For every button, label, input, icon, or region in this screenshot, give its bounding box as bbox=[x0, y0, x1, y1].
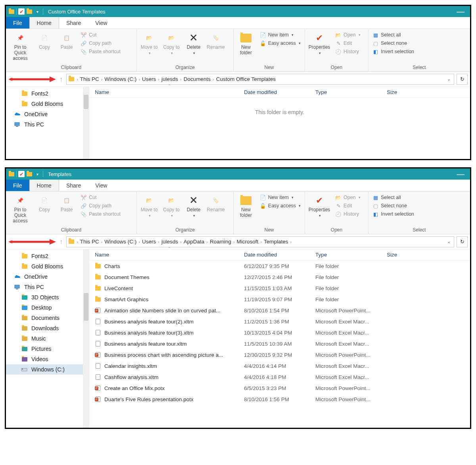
pin-to-quick-access-button[interactable]: 📌Pin to Quick access bbox=[8, 193, 32, 224]
nav-item[interactable]: Pictures bbox=[6, 344, 89, 354]
titlebar[interactable]: ✔ ▾ Templates — bbox=[6, 168, 470, 180]
paste-button[interactable]: 📋Paste bbox=[57, 193, 77, 213]
file-row[interactable]: Document Themes 12/27/2015 2:46 PM File … bbox=[89, 272, 470, 283]
breadcrumb-bar[interactable]: ›This PC›Windows (C:)›Users›julesds›Docu… bbox=[66, 74, 454, 85]
nav-item[interactable]: Desktop bbox=[6, 302, 89, 313]
file-row[interactable]: Create an Office Mix.potx 6/5/2015 3:23 … bbox=[89, 383, 470, 394]
tab-share[interactable]: Share bbox=[59, 180, 88, 191]
file-row[interactable]: Business process chart with ascending pi… bbox=[89, 349, 470, 360]
breadcrumb-segment[interactable]: Windows (C:) bbox=[104, 76, 136, 82]
new-item-button[interactable]: 📄New item▾ bbox=[258, 194, 302, 201]
scrollbar-thumb[interactable] bbox=[84, 95, 88, 109]
nav-item[interactable]: OneDrive bbox=[6, 109, 89, 119]
chevron-down-icon[interactable]: ⌄ bbox=[447, 239, 452, 244]
nav-item[interactable]: Gold Blooms bbox=[6, 261, 89, 272]
file-row[interactable]: Business analysis feature tour(2).xltm 1… bbox=[89, 316, 470, 327]
chevron-down-icon[interactable]: ▾ bbox=[34, 8, 40, 15]
nav-scrollbar[interactable] bbox=[83, 87, 89, 159]
copy-path-button[interactable]: 🔗Copy path bbox=[79, 202, 122, 209]
file-row[interactable]: Charts 6/12/2017 9:35 PM File folder bbox=[89, 260, 470, 272]
edit-button[interactable]: ✎Edit bbox=[334, 40, 362, 47]
tab-file[interactable]: File bbox=[6, 180, 29, 191]
paste-shortcut-button[interactable]: 📎Paste shortcut bbox=[79, 48, 122, 55]
history-button[interactable]: 🕘History bbox=[334, 210, 362, 218]
nav-scrollbar[interactable] bbox=[83, 249, 89, 428]
breadcrumb-segment[interactable]: This PC bbox=[80, 76, 99, 82]
file-row[interactable]: LiveContent 11/15/2015 1:03 AM File fold… bbox=[89, 283, 470, 294]
refresh-button[interactable]: ↻ bbox=[457, 236, 468, 247]
select-none-button[interactable]: ▢Select none bbox=[371, 202, 416, 209]
column-date[interactable]: Date modified bbox=[244, 252, 315, 258]
select-none-button[interactable]: ▢Select none bbox=[371, 40, 416, 47]
nav-item[interactable]: Documents bbox=[6, 313, 89, 323]
nav-item[interactable]: This PC bbox=[6, 282, 89, 292]
history-button[interactable]: 🕘History bbox=[334, 48, 362, 55]
tab-view[interactable]: View bbox=[88, 180, 114, 191]
up-button[interactable]: ↑ bbox=[60, 76, 63, 83]
column-size[interactable]: Size bbox=[387, 252, 411, 258]
move-to-button[interactable]: 📂Move to▾ bbox=[139, 193, 159, 218]
nav-item[interactable]: 3D Objects bbox=[6, 292, 89, 302]
tab-share[interactable]: Share bbox=[59, 17, 88, 29]
breadcrumb-segment[interactable]: Users bbox=[142, 239, 156, 245]
up-button[interactable]: ↑ bbox=[60, 238, 63, 245]
cut-button[interactable]: ✂️Cut bbox=[79, 194, 122, 201]
folder-icon[interactable] bbox=[26, 8, 33, 15]
cut-button[interactable]: ✂️Cut bbox=[79, 31, 122, 38]
copy-button[interactable]: 📄Copy bbox=[35, 31, 54, 50]
breadcrumb-segment[interactable]: Custom Office Templates bbox=[216, 76, 276, 82]
breadcrumb-bar[interactable]: ›This PC›Windows (C:)›Users›julesds›AppD… bbox=[66, 236, 454, 247]
nav-item[interactable]: OneDrive bbox=[6, 272, 89, 282]
file-row[interactable]: SmartArt Graphics 11/19/2015 9:07 PM Fil… bbox=[89, 294, 470, 305]
checkmark-icon[interactable]: ✔ bbox=[18, 8, 25, 15]
rename-button[interactable]: 🏷️Rename bbox=[206, 193, 226, 213]
delete-button[interactable]: ✕Delete▾ bbox=[184, 31, 203, 55]
tab-home[interactable]: Home bbox=[29, 180, 59, 191]
checkmark-icon[interactable]: ✔ bbox=[18, 171, 25, 177]
file-row[interactable]: Business analysis feature tour(3).xltm 1… bbox=[89, 327, 470, 338]
file-row[interactable]: Business analysis feature tour.xltm 11/5… bbox=[89, 338, 470, 349]
file-row[interactable]: Animation slide Numbers slide in on curv… bbox=[89, 305, 470, 316]
minimize-button[interactable]: — bbox=[457, 7, 464, 16]
copy-to-button[interactable]: 📂Copy to▾ bbox=[161, 193, 181, 218]
nav-item[interactable]: Music bbox=[6, 333, 89, 344]
column-name[interactable]: Name bbox=[89, 252, 244, 258]
delete-button[interactable]: ✕Delete▾ bbox=[184, 193, 203, 218]
breadcrumb-segment[interactable]: Templates bbox=[264, 239, 288, 245]
nav-item[interactable]: This PC bbox=[6, 119, 89, 130]
nav-item[interactable]: Windows (C:) bbox=[6, 364, 89, 375]
column-name[interactable]: Name bbox=[89, 89, 244, 95]
easy-access-button[interactable]: 🔓Easy access▾ bbox=[258, 202, 302, 209]
copy-to-button[interactable]: 📂Copy to▾ bbox=[161, 31, 181, 55]
new-folder-button[interactable]: New folder bbox=[236, 193, 256, 218]
nav-item[interactable]: Fonts2 bbox=[6, 251, 89, 261]
paste-button[interactable]: 📋Paste bbox=[57, 31, 77, 50]
open-button[interactable]: 📂Open▾ bbox=[334, 31, 362, 38]
breadcrumb-segment[interactable]: Users bbox=[142, 76, 156, 82]
minimize-button[interactable]: — bbox=[457, 170, 464, 179]
edit-button[interactable]: ✎Edit bbox=[334, 202, 362, 209]
tab-home[interactable]: Home bbox=[29, 17, 59, 29]
select-all-button[interactable]: ▦Select all bbox=[371, 31, 416, 38]
breadcrumb-segment[interactable]: julesds bbox=[161, 76, 178, 82]
tab-file[interactable]: File bbox=[6, 17, 29, 29]
rename-button[interactable]: 🏷️Rename bbox=[206, 31, 226, 50]
navigation-pane[interactable]: Fonts2Gold BloomsOneDriveThis PC3D Objec… bbox=[6, 249, 89, 428]
refresh-button[interactable]: ↻ bbox=[457, 74, 468, 85]
navigation-pane[interactable]: Fonts2Gold BloomsOneDriveThis PC bbox=[6, 87, 89, 159]
file-row[interactable]: Cashflow analysis.xltm 4/4/2016 4:18 PM … bbox=[89, 371, 470, 383]
select-all-button[interactable]: ▦Select all bbox=[371, 194, 416, 201]
scrollbar-thumb[interactable] bbox=[84, 293, 88, 321]
copy-button[interactable]: 📄Copy bbox=[35, 193, 54, 213]
chevron-down-icon[interactable]: ▾ bbox=[34, 171, 40, 177]
nav-item[interactable]: Fonts2 bbox=[6, 88, 89, 99]
open-button[interactable]: 📂Open▾ bbox=[334, 194, 362, 201]
properties-button[interactable]: ✔Properties▾ bbox=[307, 193, 331, 218]
paste-shortcut-button[interactable]: 📎Paste shortcut bbox=[79, 210, 122, 218]
breadcrumb-segment[interactable]: Roaming bbox=[210, 239, 231, 245]
nav-item[interactable]: Downloads bbox=[6, 323, 89, 333]
breadcrumb-segment[interactable]: Documents bbox=[184, 76, 211, 82]
file-row[interactable]: Calendar insights.xltm 4/4/2016 4:14 PM … bbox=[89, 360, 470, 371]
column-date[interactable]: Date modified bbox=[244, 89, 315, 95]
nav-item[interactable]: Videos bbox=[6, 354, 89, 364]
